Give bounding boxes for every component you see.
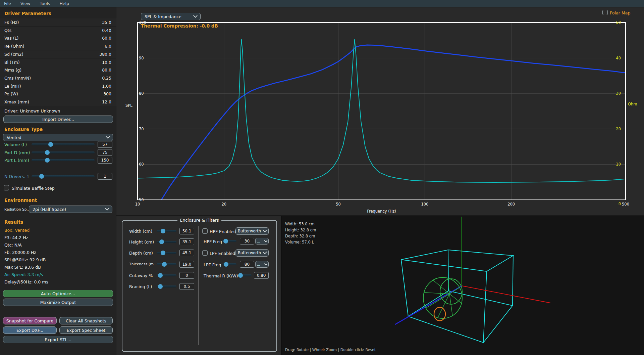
parameter-value[interactable]: 10.0 xyxy=(102,60,111,65)
simulate-baffle-step-checkbox[interactable] xyxy=(4,185,9,190)
hpf-enabled-checkbox[interactable] xyxy=(202,228,208,234)
menu-bar: File View Tools Help xyxy=(0,0,644,7)
cutaway-value[interactable]: 0 xyxy=(179,272,194,279)
parameter-value[interactable]: 6.0 xyxy=(105,44,111,49)
height-cm-value[interactable]: 35.1 xyxy=(179,238,194,245)
bracing-l-value[interactable]: 0.5 xyxy=(179,283,194,290)
parameter-label: Vas (L) xyxy=(4,36,18,41)
port-l-mm-slider[interactable] xyxy=(32,159,95,161)
width-cm-value[interactable]: 50.1 xyxy=(179,228,194,234)
parameter-value[interactable]: 380.0 xyxy=(99,52,111,57)
height-cm-slider[interactable] xyxy=(157,241,176,243)
parameter-value[interactable]: 300 xyxy=(103,91,111,96)
depth-cm-slider[interactable] xyxy=(157,252,176,254)
enclosure-type-title: Enclosure Type xyxy=(4,127,43,132)
parameter-label: Re (Ohm) xyxy=(4,44,24,49)
export-dxf-button[interactable]: Export DXF... xyxy=(3,326,57,334)
depth-cm-value[interactable]: 45.1 xyxy=(179,250,194,256)
volume-l-slider-handle[interactable] xyxy=(48,142,53,147)
chart-mode-select[interactable]: SPL & Impedance xyxy=(141,13,201,20)
bracing-l-slider-handle[interactable] xyxy=(158,284,163,289)
n-drivers-1-slider[interactable] xyxy=(32,175,95,177)
port-l-mm-value[interactable]: 150 xyxy=(98,157,112,164)
volume-l-value[interactable]: 57 xyxy=(98,141,112,148)
parameter-row: Re (Ohm)6.0 xyxy=(0,42,116,50)
lpf-freq-slider[interactable] xyxy=(222,263,236,265)
thermal-r-slider[interactable] xyxy=(238,274,252,276)
menu-tools[interactable]: Tools xyxy=(40,1,50,6)
y-left-tick: 80 xyxy=(139,91,144,96)
cutaway-slider-handle[interactable] xyxy=(158,273,163,278)
menu-file[interactable]: File xyxy=(4,1,11,6)
parameter-value[interactable]: 35.0 xyxy=(102,20,111,25)
hpf-unit-value: ... xyxy=(257,239,260,243)
radiation-space-select[interactable]: 2pi (Half Space) xyxy=(29,206,112,213)
cutaway-slider[interactable] xyxy=(157,274,176,276)
n-drivers-1-value[interactable]: 1 xyxy=(98,173,112,180)
driver-spokes xyxy=(424,278,462,318)
lpf-unit-value: ... xyxy=(257,263,260,266)
parameter-row: Cms (mm/N)0.25 xyxy=(0,74,116,82)
n-drivers-1-slider-handle[interactable] xyxy=(39,174,44,179)
parameter-value[interactable]: 1.00 xyxy=(102,84,111,89)
x-tick: 200 xyxy=(507,202,515,207)
hpf-freq-slider-handle[interactable] xyxy=(223,239,228,243)
port-d-mm-value[interactable]: 75 xyxy=(98,149,112,156)
parameter-label: Pe (W) xyxy=(4,91,18,96)
result-line: F3: 44.2 Hz xyxy=(4,235,28,240)
polar-map-label: Polar Map xyxy=(610,10,630,15)
hpf-type-select[interactable]: Butterworth xyxy=(235,227,269,235)
thermal-compression-readout: Thermal Compression: -0.0 dB xyxy=(141,23,218,29)
lpf-unit-select[interactable]: ... xyxy=(255,261,269,268)
port-l-mm-slider-handle[interactable] xyxy=(45,158,50,163)
menu-help[interactable]: Help xyxy=(59,1,69,6)
snapshot-for-compare-button[interactable]: Snapshot for Compare xyxy=(3,317,57,324)
lpf-freq-slider-handle[interactable] xyxy=(224,262,228,267)
parameter-value[interactable]: 80.0 xyxy=(102,68,111,73)
width-cm-slider-handle[interactable] xyxy=(161,229,165,233)
box-height-readout: Height: 32.8 cm xyxy=(285,228,316,232)
driver-name-line: Driver: Unknown Unknown xyxy=(4,108,60,114)
parameter-value[interactable]: 12.0 xyxy=(102,99,111,104)
hpf-freq-value[interactable]: 30 xyxy=(240,238,254,245)
lpf-enabled-checkbox[interactable] xyxy=(202,250,208,256)
height-cm-slider-handle[interactable] xyxy=(159,239,164,244)
lpf-type-select[interactable]: Butterworth xyxy=(235,249,269,257)
export-stl-button[interactable]: Export STL... xyxy=(3,336,113,343)
thermal-r-slider-handle[interactable] xyxy=(238,273,243,278)
y-left-tick: 60 xyxy=(139,162,144,167)
auto-optimize-button[interactable]: Auto-Optimize... xyxy=(3,290,113,297)
impedance-curve xyxy=(138,40,626,182)
port-d-mm-slider[interactable] xyxy=(32,151,95,153)
parameter-row: Le (mH)1.00 xyxy=(0,82,116,90)
bracing-l-slider[interactable] xyxy=(157,285,176,287)
lpf-freq-value[interactable]: 80 xyxy=(240,261,254,268)
port-d-mm-slider-handle[interactable] xyxy=(45,150,50,155)
volume-l-slider[interactable] xyxy=(32,143,95,145)
parameter-value[interactable]: 0.40 xyxy=(102,28,111,33)
thickness-m-value[interactable]: 19.0 xyxy=(179,261,194,268)
hpf-freq-label: HPF Freq xyxy=(204,239,222,244)
clear-all-snapshots-button[interactable]: Clear All Snapshots xyxy=(59,317,113,324)
import-driver-button[interactable]: Import Driver... xyxy=(3,116,113,123)
viewport-3d[interactable]: Width: 53.0 cm Height: 32.8 cm Depth: 32… xyxy=(281,216,644,355)
parameter-value[interactable]: 60.0 xyxy=(102,36,111,41)
width-cm-slider[interactable] xyxy=(157,230,176,232)
thickness-m-slider-handle[interactable] xyxy=(162,262,167,267)
thickness-m-slider[interactable] xyxy=(157,263,176,265)
menu-view[interactable]: View xyxy=(20,1,31,6)
parameter-value[interactable]: 0.25 xyxy=(102,76,111,81)
radiation-space-value: 2pi (Half Space) xyxy=(33,207,66,212)
x-tick: 50 xyxy=(336,202,341,207)
enclosure-type-select[interactable]: Vented xyxy=(3,134,113,141)
hpf-freq-slider[interactable] xyxy=(222,240,236,242)
y-right-tick: 0 xyxy=(619,202,621,206)
hpf-unit-select[interactable]: ... xyxy=(255,238,269,245)
maximize-output-button[interactable]: Maximize Output xyxy=(3,299,113,306)
export-spec-sheet-button[interactable]: Export Spec Sheet xyxy=(59,326,113,334)
polar-map-checkbox[interactable] xyxy=(602,10,608,15)
y-right-tick: 20 xyxy=(616,127,621,131)
depth-cm-slider-handle[interactable] xyxy=(161,251,165,255)
parameter-label: Xmax (mm) xyxy=(4,99,29,104)
thermal-r-value[interactable]: 0.80 xyxy=(254,272,269,279)
